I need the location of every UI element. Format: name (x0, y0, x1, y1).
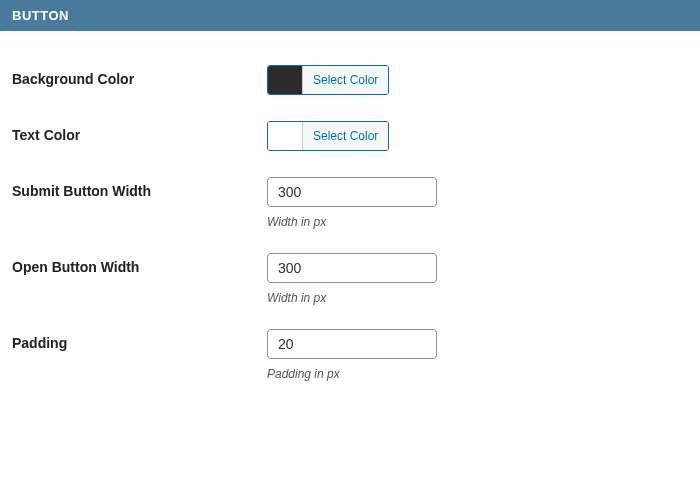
control-background-color: Select Color (267, 65, 688, 97)
color-swatch-background[interactable] (268, 66, 302, 94)
label-background-color: Background Color (12, 65, 267, 87)
color-picker-text[interactable]: Select Color (267, 121, 389, 151)
color-picker-background[interactable]: Select Color (267, 65, 389, 95)
label-submit-width: Submit Button Width (12, 177, 267, 199)
input-open-width[interactable] (267, 253, 437, 283)
row-padding: Padding Padding in px (12, 305, 688, 381)
label-padding: Padding (12, 329, 267, 351)
row-submit-width: Submit Button Width Width in px (12, 153, 688, 229)
row-open-width: Open Button Width Width in px (12, 229, 688, 305)
control-submit-width: Width in px (267, 177, 688, 229)
control-open-width: Width in px (267, 253, 688, 305)
control-padding: Padding in px (267, 329, 688, 381)
select-color-button-background[interactable]: Select Color (302, 66, 388, 94)
form-body: Background Color Select Color Text Color… (0, 31, 700, 401)
input-submit-width[interactable] (267, 177, 437, 207)
hint-padding: Padding in px (267, 367, 688, 381)
section-title: BUTTON (12, 8, 69, 23)
section-header: BUTTON (0, 0, 700, 31)
color-swatch-text[interactable] (268, 122, 302, 150)
input-padding[interactable] (267, 329, 437, 359)
label-open-width: Open Button Width (12, 253, 267, 275)
hint-open-width: Width in px (267, 291, 688, 305)
select-color-button-text[interactable]: Select Color (302, 122, 388, 150)
label-text-color: Text Color (12, 121, 267, 143)
hint-submit-width: Width in px (267, 215, 688, 229)
control-text-color: Select Color (267, 121, 688, 153)
row-background-color: Background Color Select Color (12, 41, 688, 97)
row-text-color: Text Color Select Color (12, 97, 688, 153)
